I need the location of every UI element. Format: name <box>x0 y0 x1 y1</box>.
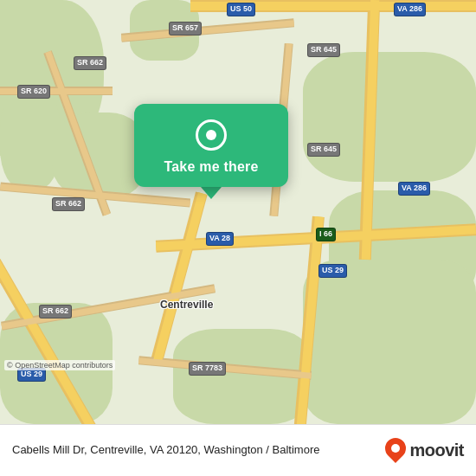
shield-sr7783: SR 7783 <box>189 362 226 376</box>
footer-bar: Cabells Mill Dr, Centreville, VA 20120, … <box>0 424 476 476</box>
shield-us50: US 50 <box>227 3 255 16</box>
shield-sr662-mid: SR 662 <box>52 197 85 211</box>
take-me-there-button[interactable]: Take me there <box>164 159 258 175</box>
shield-sr662-top: SR 662 <box>74 56 106 70</box>
shield-sr645-mid: SR 645 <box>307 143 340 157</box>
location-pin-icon <box>196 119 227 151</box>
shield-us29-right: US 29 <box>318 264 347 278</box>
moovit-brand-text: moovit <box>409 441 464 460</box>
moovit-pin-inner <box>391 444 400 453</box>
osm-credit: © OpenStreetMap contributors <box>4 360 115 370</box>
moovit-pin-top <box>381 434 410 463</box>
shield-sr657: SR 657 <box>169 22 202 35</box>
park-area <box>0 87 61 190</box>
address-text: Cabells Mill Dr, Centreville, VA 20120, … <box>12 443 385 458</box>
shield-i66: I 66 <box>316 228 336 241</box>
shield-va286-top: VA 286 <box>394 3 426 16</box>
park-area <box>303 260 476 424</box>
shield-va286-mid: VA 286 <box>398 182 430 196</box>
moovit-logo: moovit <box>385 438 464 464</box>
popup-arrow <box>201 187 222 199</box>
shield-sr620: SR 620 <box>17 85 50 99</box>
park-area <box>303 52 476 182</box>
popup-box: Take me there <box>134 104 288 187</box>
city-label: Centreville <box>160 299 213 311</box>
moovit-pin-icon <box>385 438 406 464</box>
map-container[interactable]: Centreville US 50VA 286VA 286SR 657SR 64… <box>0 0 476 424</box>
shield-va28: VA 28 <box>206 232 234 246</box>
popup-container: Take me there <box>134 104 288 199</box>
shield-sr645-top: SR 645 <box>307 43 340 57</box>
shield-sr662-low: SR 662 <box>39 305 72 318</box>
